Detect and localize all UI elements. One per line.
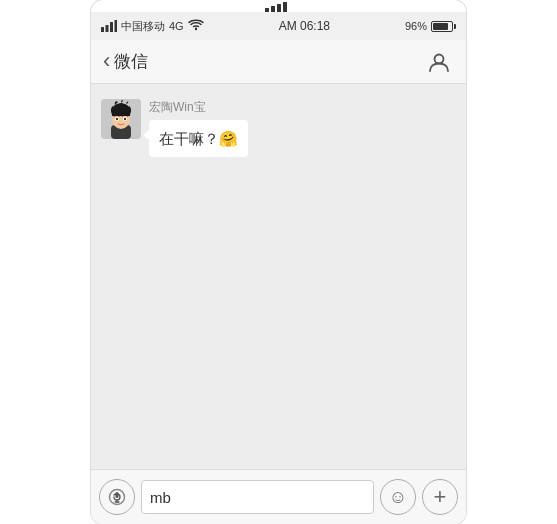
svg-rect-6 bbox=[110, 22, 113, 32]
back-button[interactable]: ‹ 微信 bbox=[103, 50, 148, 74]
phone-frame: 中国移动 4G AM 06:18 96% bbox=[91, 0, 466, 524]
chat-message: 宏陶Win宝 在干嘛？🤗 bbox=[101, 99, 456, 157]
svg-rect-3 bbox=[283, 2, 287, 12]
svg-rect-7 bbox=[115, 20, 118, 32]
svg-rect-4 bbox=[101, 27, 104, 32]
wifi-icon bbox=[188, 19, 204, 33]
svg-point-9 bbox=[435, 54, 444, 63]
back-arrow-icon: ‹ bbox=[103, 48, 110, 74]
signal-icon bbox=[101, 20, 117, 32]
svg-point-15 bbox=[116, 118, 118, 120]
input-bar: ☺ + bbox=[91, 469, 466, 524]
status-bar: 中国移动 4G AM 06:18 96% bbox=[91, 12, 466, 40]
emoji-button[interactable]: ☺ bbox=[380, 479, 416, 515]
message-bubble: 在干嘛？🤗 bbox=[149, 120, 248, 157]
status-right: 96% bbox=[405, 20, 456, 32]
svg-rect-20 bbox=[116, 492, 119, 498]
voice-icon bbox=[108, 488, 126, 506]
message-content: 宏陶Win宝 在干嘛？🤗 bbox=[149, 99, 248, 157]
battery-percent-label: 96% bbox=[405, 20, 427, 32]
network-type-label: 4G bbox=[169, 20, 184, 32]
avatar bbox=[101, 99, 141, 139]
svg-point-16 bbox=[124, 118, 126, 120]
nav-title: 微信 bbox=[114, 50, 148, 73]
sender-name: 宏陶Win宝 bbox=[149, 99, 248, 116]
chat-area: 宏陶Win宝 在干嘛？🤗 bbox=[91, 84, 466, 469]
message-input[interactable] bbox=[141, 480, 374, 514]
svg-rect-5 bbox=[106, 25, 109, 32]
status-left: 中国移动 4G bbox=[101, 19, 204, 34]
battery-icon bbox=[431, 21, 456, 32]
time-display: AM 06:18 bbox=[279, 19, 330, 33]
message-text: 在干嘛？🤗 bbox=[159, 130, 238, 147]
svg-point-8 bbox=[194, 28, 196, 30]
signal-bars-top-area bbox=[91, 0, 466, 12]
contact-icon[interactable] bbox=[424, 47, 454, 77]
svg-rect-2 bbox=[277, 4, 281, 12]
add-button[interactable]: + bbox=[422, 479, 458, 515]
emoji-icon: ☺ bbox=[389, 487, 407, 508]
nav-bar: ‹ 微信 bbox=[91, 40, 466, 84]
add-icon: + bbox=[434, 486, 447, 508]
carrier-label: 中国移动 bbox=[121, 19, 165, 34]
voice-button[interactable] bbox=[99, 479, 135, 515]
